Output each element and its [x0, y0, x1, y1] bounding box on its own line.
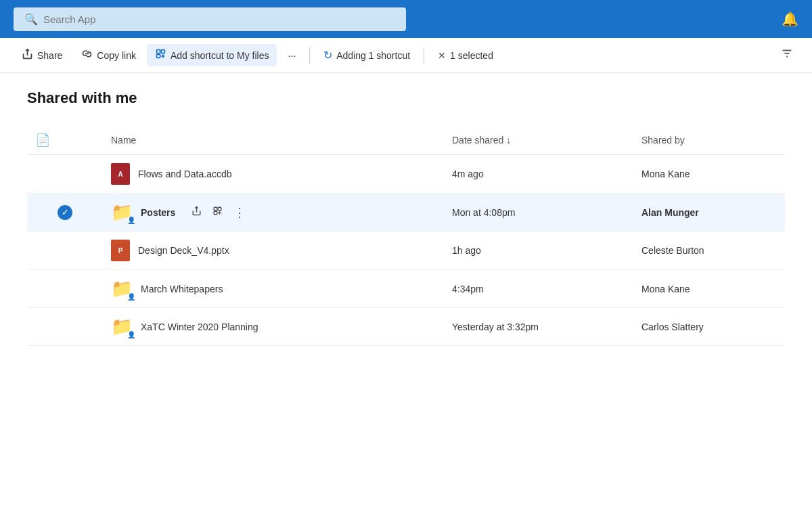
svg-rect-3 — [161, 50, 164, 53]
check-empty — [58, 281, 72, 294]
svg-rect-4 — [157, 54, 160, 58]
main-content: Shared with me 📄 Name Date shared ↓ Shar… — [0, 73, 812, 362]
more-button[interactable]: ··· — [279, 46, 304, 65]
folder-shared-icon: 📁 👤 — [111, 202, 133, 223]
row-shortcut-button[interactable] — [210, 204, 225, 220]
folder-shared-icon: 📁 👤 — [111, 316, 133, 337]
check-empty — [58, 167, 72, 180]
search-box[interactable]: 🔍 — [14, 7, 406, 31]
file-name: Design Deck_V4.pptx — [138, 245, 229, 256]
check-empty — [58, 319, 72, 332]
more-label: ··· — [288, 50, 296, 61]
bell-icon[interactable]: 🔔 — [782, 11, 798, 27]
svg-rect-10 — [219, 207, 222, 211]
table-row[interactable]: A Flows and Data.accdb 4m ago Mona Kane — [27, 155, 785, 194]
shared-by-cell: Carlos Slattery — [633, 308, 785, 346]
add-shortcut-label: Add shortcut to My files — [171, 50, 269, 61]
share-button[interactable]: Share — [14, 44, 70, 66]
date-cell: 4:34pm — [444, 270, 633, 308]
table-row[interactable]: ✓ 📁 👤 Posters ⋮ Mon at 4:08pm Alan Mun — [27, 194, 785, 231]
pptx-file-icon: P — [111, 240, 130, 261]
add-shortcut-icon — [155, 48, 166, 62]
check-header: 📄 — [27, 126, 103, 155]
name-header[interactable]: Name — [103, 126, 444, 155]
adding-spin-icon: ↻ — [323, 49, 332, 62]
selected-button[interactable]: ✕ 1 selected — [430, 46, 501, 65]
toolbar: Share Copy link Add shortcut to My files… — [0, 38, 812, 73]
check-selected-icon[interactable]: ✓ — [58, 205, 72, 220]
table-header-row: 📄 Name Date shared ↓ Shared by — [27, 126, 785, 155]
search-icon: 🔍 — [24, 13, 38, 26]
date-cell: 1h ago — [444, 231, 633, 270]
file-name: Flows and Data.accdb — [138, 169, 232, 179]
name-cell[interactable]: 📁 👤 XaTC Winter 2020 Planning — [103, 308, 444, 346]
separator-2 — [424, 47, 424, 64]
shared-by-cell: Celeste Burton — [633, 231, 785, 270]
share-label: Share — [37, 50, 62, 61]
name-cell[interactable]: 📁 👤 Posters ⋮ — [103, 194, 444, 231]
name-cell[interactable]: A Flows and Data.accdb — [103, 155, 444, 194]
add-shortcut-button[interactable]: Add shortcut to My files — [147, 44, 277, 66]
selected-label: 1 selected — [450, 50, 493, 61]
date-cell: 4m ago — [444, 155, 633, 194]
svg-rect-2 — [157, 50, 160, 53]
share-icon — [22, 48, 33, 62]
copy-link-button[interactable]: Copy link — [73, 44, 144, 66]
date-cell: Yesterday at 3:32pm — [444, 308, 633, 346]
page-title: Shared with me — [27, 89, 785, 107]
check-cell[interactable] — [27, 308, 103, 346]
file-name: March Whitepapers — [141, 284, 223, 294]
name-cell[interactable]: P Design Deck_V4.pptx — [103, 231, 444, 270]
sort-button[interactable] — [775, 43, 798, 67]
folder-shared-icon: 📁 👤 — [111, 278, 133, 299]
separator-1 — [309, 47, 310, 64]
shared-by-cell: Mona Kane — [633, 270, 785, 308]
file-table: 📄 Name Date shared ↓ Shared by A Flows a… — [27, 126, 785, 346]
copy-link-icon — [81, 48, 93, 62]
file-name: Posters — [141, 207, 175, 218]
date-cell: Mon at 4:08pm — [444, 194, 633, 231]
check-cell[interactable] — [27, 270, 103, 308]
file-name: XaTC Winter 2020 Planning — [141, 322, 258, 332]
top-bar: 🔍 🔔 — [0, 0, 812, 38]
access-file-icon: A — [111, 163, 130, 185]
svg-rect-9 — [215, 207, 218, 211]
shared-by-cell: Mona Kane — [633, 155, 785, 194]
copy-link-label: Copy link — [97, 50, 136, 61]
adding-shortcut-label: Adding 1 shortcut — [336, 50, 410, 61]
search-input[interactable] — [43, 14, 395, 25]
adding-shortcut-status: ↻ Adding 1 shortcut — [315, 45, 418, 66]
shared-by-cell: Alan Munger — [633, 194, 785, 231]
file-icon-header: 📄 — [35, 133, 50, 147]
row-more-button[interactable]: ⋮ — [231, 204, 248, 221]
check-cell[interactable]: ✓ — [27, 194, 103, 231]
shared-by-header: Shared by — [633, 126, 785, 155]
close-selected-icon: ✕ — [438, 50, 446, 61]
check-cell[interactable] — [27, 231, 103, 270]
table-row[interactable]: 📁 👤 March Whitepapers 4:34pm Mona Kane — [27, 270, 785, 308]
row-share-button[interactable] — [189, 204, 204, 220]
check-cell[interactable] — [27, 155, 103, 194]
table-row[interactable]: P Design Deck_V4.pptx 1h ago Celeste Bur… — [27, 231, 785, 270]
table-row[interactable]: 📁 👤 XaTC Winter 2020 Planning Yesterday … — [27, 308, 785, 346]
name-cell[interactable]: 📁 👤 March Whitepapers — [103, 270, 444, 308]
svg-rect-11 — [215, 211, 218, 215]
date-shared-header[interactable]: Date shared ↓ — [444, 126, 633, 155]
check-empty — [58, 243, 72, 257]
